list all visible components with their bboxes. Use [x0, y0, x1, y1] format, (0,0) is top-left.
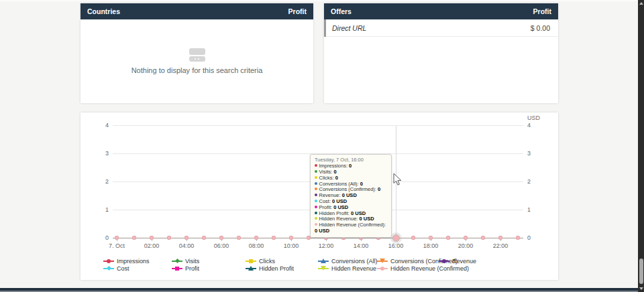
- offers-list-scrollbar[interactable]: [324, 19, 326, 37]
- legend-item[interactable]: Hidden Profit: [246, 265, 318, 272]
- x-axis-tick-label: 06:00: [214, 242, 229, 249]
- tooltip-bullet-icon: [315, 182, 317, 185]
- data-point-marker[interactable]: [254, 236, 258, 240]
- legend-item-label: Hidden Revenue (Confirmed): [390, 265, 469, 272]
- data-point-marker[interactable]: [167, 236, 171, 240]
- countries-profit-column-label: Profit: [288, 7, 307, 15]
- offers-panel-header: Offers Profit: [324, 3, 558, 19]
- legend-marker-icon: [377, 265, 388, 271]
- x-axis-tick-label: 04:00: [179, 242, 195, 249]
- data-point-marker[interactable]: [429, 236, 433, 240]
- data-point-marker[interactable]: [132, 236, 136, 240]
- legend-item-label: Cost: [117, 265, 129, 272]
- y-axis-tick-label-left: 3: [95, 150, 109, 157]
- legend-marker-icon: [172, 258, 182, 264]
- legend-item-label: Revenue: [452, 258, 476, 265]
- legend-item[interactable]: Profit: [172, 265, 246, 272]
- offer-profit-value: $ 0.00: [531, 24, 550, 32]
- tooltip-metric-row: Hidden Revenue (Confirmed): 0 USD: [315, 222, 387, 234]
- data-point-marker[interactable]: [464, 236, 468, 240]
- chart-plot-area[interactable]: Tuesday, 7 Oct, 16:00 Impressions: 0Visi…: [80, 113, 558, 280]
- data-point-marker[interactable]: [219, 236, 223, 240]
- empty-state-icon: [189, 48, 205, 62]
- tooltip-bullet-icon: [315, 212, 317, 214]
- data-point-marker[interactable]: [202, 236, 206, 240]
- x-axis-tick-label: 22:00: [493, 242, 508, 249]
- tooltip-bullet-icon: [315, 188, 317, 190]
- tooltip-bullet-icon: [315, 170, 317, 173]
- y-axis-tick-label-left: 1: [95, 206, 109, 213]
- gridline: [113, 125, 523, 126]
- legend-marker-icon: [103, 258, 114, 264]
- scroll-down-arrow-icon[interactable]: [639, 287, 643, 290]
- legend-marker-icon: [246, 258, 256, 264]
- data-point-marker[interactable]: [289, 236, 293, 240]
- legend-item-label: Conversions (All): [331, 258, 378, 265]
- legend-item[interactable]: Impressions: [103, 258, 172, 265]
- tooltip-bullet-icon: [315, 206, 317, 208]
- countries-panel-body: Nothing to display for this search crite…: [80, 19, 313, 103]
- x-axis-line: [113, 238, 523, 238]
- y-axis-tick-label-right: 0: [527, 234, 541, 241]
- legend-item-label: Clicks: [259, 258, 275, 265]
- x-axis-tick-label: 7. Oct: [109, 242, 125, 249]
- legend-item[interactable]: Revenue: [439, 258, 476, 265]
- legend-marker-icon: [246, 265, 256, 271]
- data-point-marker[interactable]: [237, 236, 241, 240]
- offers-panel: Offers Profit Direct URL $ 0.00: [324, 3, 558, 103]
- x-axis-tick-label: 10:00: [284, 242, 299, 249]
- empty-state: Nothing to display for this search crite…: [80, 19, 313, 103]
- offers-panel-body: Direct URL $ 0.00: [324, 19, 558, 103]
- data-point-marker[interactable]: [516, 236, 520, 240]
- x-axis-tick-label: 16:00: [388, 242, 404, 249]
- legend-marker-icon: [377, 258, 388, 264]
- x-axis-tick-label: 08:00: [249, 242, 264, 249]
- countries-panel: Countries Profit Nothing to display for …: [80, 3, 313, 103]
- legend-item[interactable]: Hidden Revenue (Confirmed): [377, 265, 439, 272]
- scroll-up-arrow-icon[interactable]: [639, 2, 643, 5]
- legend-item-label: Hidden Revenue: [331, 265, 376, 272]
- tooltip-bullet-icon: [315, 217, 317, 220]
- x-axis-tick-label: 18:00: [423, 242, 439, 249]
- timeseries-chart-panel: Tuesday, 7 Oct, 16:00 Impressions: 0Visi…: [80, 113, 558, 280]
- legend-marker-icon: [172, 265, 182, 271]
- scrollbar-thumb[interactable]: [639, 259, 643, 284]
- legend-item[interactable]: Conversions (Confirmed): [377, 258, 439, 265]
- empty-state-message: Nothing to display for this search crite…: [131, 66, 263, 74]
- legend-item[interactable]: Visits: [172, 258, 246, 265]
- data-point-marker[interactable]: [184, 236, 189, 240]
- tooltip-bullet-icon: [315, 200, 317, 202]
- legend-item-label: Profit: [185, 265, 199, 272]
- legend-item[interactable]: Cost: [103, 265, 172, 272]
- legend-item[interactable]: Conversions (All): [318, 258, 377, 265]
- legend-item[interactable]: Clicks: [246, 258, 318, 265]
- data-point-marker[interactable]: [272, 236, 276, 240]
- data-point-marker[interactable]: [446, 236, 450, 240]
- x-axis-tick-label: 12:00: [319, 242, 334, 249]
- y-axis-tick-label-left: 0: [95, 234, 109, 241]
- hovered-data-point[interactable]: [392, 234, 400, 242]
- tooltip-bullet-icon: [315, 164, 317, 167]
- countries-panel-title: Countries: [87, 7, 120, 15]
- y-axis-tick-label-left: 4: [95, 122, 109, 129]
- window-scrollbar[interactable]: [638, 0, 644, 292]
- data-point-marker[interactable]: [411, 236, 415, 240]
- offer-name[interactable]: Direct URL: [332, 24, 366, 32]
- data-point-marker[interactable]: [498, 236, 502, 240]
- x-axis-tick-label: 02:00: [144, 242, 160, 249]
- data-point-marker[interactable]: [481, 236, 485, 240]
- table-row[interactable]: Direct URL $ 0.00: [324, 19, 558, 37]
- data-point-marker[interactable]: [115, 236, 119, 240]
- mouse-cursor-icon: [392, 173, 402, 186]
- y-axis-tick-label-left: 2: [95, 178, 109, 185]
- data-point-marker[interactable]: [150, 236, 154, 240]
- y-axis-tick-label-right: 3: [527, 150, 541, 157]
- tooltip-bullet-icon: [315, 176, 317, 179]
- legend-item[interactable]: Hidden Revenue: [318, 265, 377, 272]
- window-top-edge: [0, 0, 644, 1]
- x-axis-tick-label: 20:00: [458, 242, 474, 249]
- tooltip-bullet-icon: [315, 223, 317, 226]
- chart-tooltip: Tuesday, 7 Oct, 16:00 Impressions: 0Visi…: [310, 154, 392, 238]
- legend-marker-icon: [439, 258, 449, 264]
- legend-item-label: Impressions: [117, 258, 150, 265]
